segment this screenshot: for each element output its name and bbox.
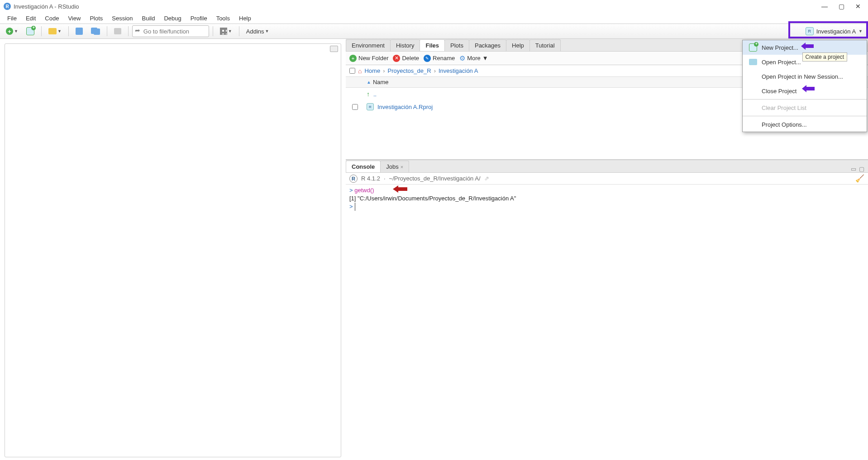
main-area: Environment History Files Plots Packages… <box>0 39 868 460</box>
annotation-arrow-purple-2 <box>802 85 815 92</box>
rproj-icon <box>806 27 814 35</box>
save-all-button[interactable] <box>88 26 103 37</box>
console-body[interactable]: > getwd() [1] "C:/Users/irwin/Documents/… <box>346 185 868 460</box>
rename-label: Rename <box>433 55 455 62</box>
chevron-down-icon: ▼ <box>482 55 488 62</box>
new-folder-button[interactable]: + New Folder <box>349 55 388 62</box>
window-title: Investigación A - RStudio <box>14 3 79 10</box>
rproj-icon <box>367 103 374 110</box>
menu-code[interactable]: Code <box>40 14 63 23</box>
pane-tab-icon[interactable] <box>330 46 338 52</box>
tab-environment[interactable]: Environment <box>346 39 391 51</box>
console-output: [1] "C:/Users/irwin/Documents/Proyectos_… <box>349 194 864 203</box>
delete-button[interactable]: ✕ Delete <box>393 55 419 62</box>
project-current-label: Investigación A <box>816 28 856 35</box>
project-selector[interactable]: Investigación A ▼ <box>803 25 865 37</box>
minimize-pane-icon[interactable]: ▭ <box>851 166 856 172</box>
menu-edit[interactable]: Edit <box>21 14 40 23</box>
more-label: More <box>467 55 481 62</box>
source-pane <box>0 39 344 460</box>
window-controls: — ▢ ✕ <box>821 3 864 10</box>
open-project-icon <box>749 58 757 66</box>
clear-console-icon[interactable]: 🧹 <box>855 174 864 183</box>
open-file-button[interactable]: ▼ <box>45 26 65 36</box>
breadcrumb-home[interactable]: Home <box>364 67 380 74</box>
menu-debug[interactable]: Debug <box>159 14 186 23</box>
console-pane: Console Jobs× ▭ ▢ R R 4.1.2 · ~/Proyecto… <box>346 160 868 460</box>
addins-button[interactable]: Addins ▼ <box>243 26 272 37</box>
tab-help[interactable]: Help <box>506 39 530 51</box>
menu-profile[interactable]: Profile <box>186 14 212 23</box>
r-logo-icon: R <box>349 175 358 183</box>
minimize-button[interactable]: — <box>821 3 828 10</box>
goto-file-input[interactable] <box>132 25 209 37</box>
plus-icon: + <box>349 55 357 62</box>
sort-asc-icon: ▲ <box>367 80 371 85</box>
menu-build[interactable]: Build <box>138 14 160 23</box>
breadcrumb-part-1[interactable]: Proyectos_de_R <box>388 67 431 74</box>
console-pane-controls: ▭ ▢ <box>851 166 868 172</box>
working-dir-path[interactable]: ~/Proyectos_de_R/Investigación A/ <box>389 175 481 182</box>
workspace-panes-button[interactable]: ▼ <box>217 26 235 37</box>
new-file-button[interactable]: +▼ <box>3 26 21 37</box>
delete-label: Delete <box>402 55 419 62</box>
new-project-button[interactable] <box>23 25 38 37</box>
tab-plots[interactable]: Plots <box>444 39 469 51</box>
menu-divider <box>743 116 867 116</box>
file-up-label[interactable]: .. <box>373 91 377 98</box>
annotation-arrow-red <box>393 185 407 193</box>
menu-clear-project-list-label: Clear Project List <box>762 104 806 111</box>
maximize-pane-icon[interactable]: ▢ <box>859 166 864 172</box>
svg-marker-1 <box>801 43 814 50</box>
up-arrow-icon: ↑ <box>367 90 370 98</box>
menu-tools[interactable]: Tools <box>212 14 234 23</box>
console-prompt-2: > <box>349 203 353 211</box>
console-tabbar: Console Jobs× ▭ ▢ <box>346 160 868 173</box>
tab-tutorial[interactable]: Tutorial <box>529 39 561 51</box>
main-toolbar: +▼ ▼ ▼ Addins ▼ Investigación A ▼ <box>0 24 868 39</box>
print-button[interactable] <box>111 26 124 36</box>
menu-open-project-new-session-label: Open Project in New Session... <box>762 73 843 80</box>
tab-packages[interactable]: Packages <box>469 39 506 51</box>
tab-jobs[interactable]: Jobs× <box>380 161 409 172</box>
breadcrumb-part-2[interactable]: Investigación A <box>439 67 478 74</box>
gear-icon: ⚙ <box>459 54 465 62</box>
svg-marker-2 <box>802 85 815 92</box>
rename-button[interactable]: ✎ Rename <box>424 55 455 62</box>
menu-divider <box>743 99 867 100</box>
tab-jobs-label: Jobs <box>386 163 398 170</box>
go-to-dir-icon[interactable]: ⇗ <box>484 175 489 182</box>
menu-file[interactable]: File <box>3 14 21 23</box>
menu-project-options[interactable]: Project Options... <box>743 117 867 132</box>
more-button[interactable]: ⚙ More ▼ <box>459 54 488 62</box>
close-icon[interactable]: × <box>401 164 403 170</box>
column-name-label: Name <box>373 79 389 85</box>
console-info-bar: R R 4.1.2 · ~/Proyectos_de_R/Investigaci… <box>346 173 868 185</box>
text-cursor <box>355 203 355 211</box>
menu-project-options-label: Project Options... <box>762 121 807 128</box>
tab-files[interactable]: Files <box>420 39 445 51</box>
menu-plots[interactable]: Plots <box>85 14 107 23</box>
menu-open-project-new-session[interactable]: Open Project in New Session... <box>743 69 867 84</box>
menu-session[interactable]: Session <box>107 14 137 23</box>
new-project-icon <box>749 43 757 52</box>
new-folder-label: New Folder <box>358 55 388 62</box>
menu-new-project-label: New Project... <box>762 44 798 51</box>
home-icon[interactable]: ⌂ <box>358 67 362 75</box>
file-name-link[interactable]: Investigación A.Rproj <box>377 104 433 110</box>
close-button[interactable]: ✕ <box>855 3 861 10</box>
save-button[interactable] <box>72 26 86 37</box>
info-separator: · <box>384 175 386 182</box>
maximize-button[interactable]: ▢ <box>839 3 844 10</box>
file-row-checkbox[interactable] <box>352 104 358 110</box>
tab-history[interactable]: History <box>390 39 420 51</box>
select-all-checkbox[interactable] <box>349 68 355 74</box>
menu-help[interactable]: Help <box>234 14 256 23</box>
goto-file-wrap <box>132 25 209 37</box>
menubar: File Edit Code View Plots Session Build … <box>0 13 868 24</box>
svg-marker-0 <box>393 185 407 193</box>
tab-console[interactable]: Console <box>346 161 381 172</box>
menu-view[interactable]: View <box>63 14 85 23</box>
rename-icon: ✎ <box>424 55 431 62</box>
menu-open-project-label: Open Project... <box>762 59 801 66</box>
